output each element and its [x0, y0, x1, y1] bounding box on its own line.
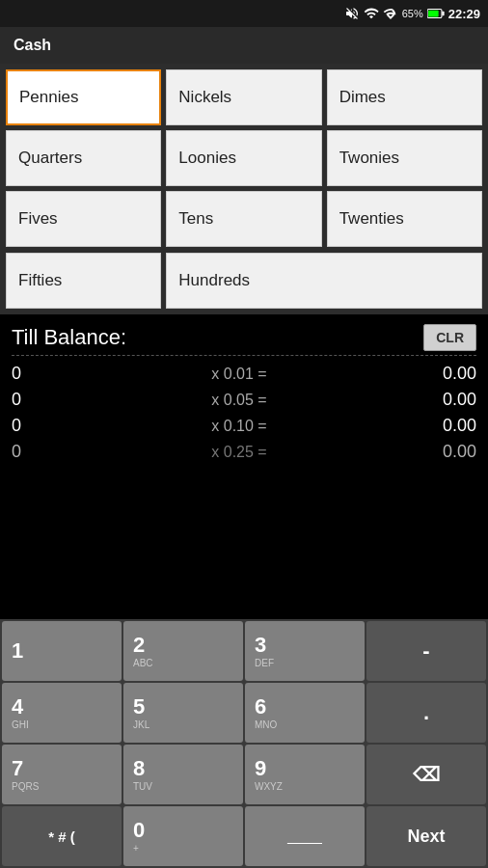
balance-mult-1: x 0.05 = — [69, 392, 409, 409]
status-time: 22:29 — [448, 7, 480, 21]
clr-button[interactable]: CLR — [423, 324, 476, 351]
key-8[interactable]: 8TUV — [123, 745, 243, 804]
keypad-row-2: 4GHI 5JKL 6MNO . — [0, 681, 488, 743]
key-backspace[interactable]: ⌫ — [366, 745, 486, 804]
keypad-row-3: 7PQRS 8TUV 9WXYZ ⌫ — [0, 743, 488, 804]
signal-icon — [383, 6, 398, 21]
balance-divider — [12, 355, 476, 356]
currency-tens[interactable]: Tens — [166, 191, 321, 247]
key-3[interactable]: 3DEF — [245, 621, 365, 681]
next-button[interactable]: Next — [366, 806, 486, 866]
currency-pennies[interactable]: Pennies — [6, 69, 161, 125]
currency-bottom-row: Fifties Hundreds — [0, 253, 488, 314]
balance-qty-2: 0 — [12, 416, 69, 436]
key-2[interactable]: 2ABC — [123, 621, 243, 681]
title-bar: Cash — [0, 27, 488, 64]
key-space[interactable]: ___ — [245, 806, 365, 866]
balance-qty-1: 0 — [12, 390, 69, 410]
balance-val-0: 0.00 — [409, 364, 476, 384]
key-1[interactable]: 1 — [2, 621, 122, 681]
balance-qty-3: 0 — [12, 442, 69, 462]
currency-twenties[interactable]: Twenties — [327, 191, 482, 247]
key-6[interactable]: 6MNO — [245, 683, 365, 743]
mute-icon — [344, 6, 360, 21]
status-icons: 65% 22:29 — [344, 6, 480, 21]
currency-nickels[interactable]: Nickels — [166, 69, 321, 125]
balance-row-dimes: 0 x 0.10 = 0.00 — [12, 414, 476, 438]
battery-icon — [427, 8, 445, 19]
key-0[interactable]: 0+ — [123, 806, 243, 866]
balance-val-1: 0.00 — [409, 390, 476, 410]
battery-percent: 65% — [402, 8, 423, 19]
key-minus[interactable]: - — [366, 621, 486, 681]
key-5[interactable]: 5JKL — [123, 683, 243, 743]
balance-val-2: 0.00 — [409, 416, 476, 436]
currency-grid: Pennies Nickels Dimes Quarters Loonies T… — [0, 64, 488, 253]
key-9[interactable]: 9WXYZ — [245, 745, 365, 804]
balance-mult-2: x 0.10 = — [69, 418, 409, 435]
currency-loonies[interactable]: Loonies — [166, 130, 321, 186]
key-symbols[interactable]: * # ( — [2, 806, 122, 866]
balance-qty-0: 0 — [12, 364, 69, 384]
currency-fives[interactable]: Fives — [6, 191, 161, 247]
keypad-row-1: 1 2ABC 3DEF - — [0, 619, 488, 681]
balance-row-nickels: 0 x 0.05 = 0.00 — [12, 388, 476, 412]
keypad: 1 2ABC 3DEF - 4GHI 5JKL 6MNO . 7PQRS 8 — [0, 619, 488, 868]
balance-title: Till Balance: — [12, 325, 126, 350]
key-dot[interactable]: . — [366, 683, 486, 743]
status-bar: 65% 22:29 — [0, 0, 488, 27]
currency-twonies[interactable]: Twonies — [327, 130, 482, 186]
balance-row-pennies: 0 x 0.01 = 0.00 — [12, 362, 476, 386]
currency-hundreds[interactable]: Hundreds — [166, 253, 482, 309]
key-4[interactable]: 4GHI — [2, 683, 122, 743]
balance-rows: 0 x 0.01 = 0.00 0 x 0.05 = 0.00 0 x 0.10… — [12, 362, 476, 464]
svg-rect-1 — [428, 11, 439, 17]
balance-section: Till Balance: CLR 0 x 0.01 = 0.00 0 x 0.… — [0, 314, 488, 464]
wifi-icon — [364, 6, 379, 21]
key-7[interactable]: 7PQRS — [2, 745, 122, 804]
svg-rect-2 — [442, 12, 444, 16]
balance-header: Till Balance: CLR — [12, 324, 476, 351]
keypad-row-4: * # ( 0+ ___ Next — [0, 804, 488, 868]
currency-dimes[interactable]: Dimes — [327, 69, 482, 125]
currency-fifties[interactable]: Fifties — [6, 253, 161, 309]
balance-mult-0: x 0.01 = — [69, 366, 409, 383]
balance-row-quarters: 0 x 0.25 = 0.00 — [12, 440, 476, 464]
currency-quarters[interactable]: Quarters — [6, 130, 161, 186]
app-title: Cash — [14, 37, 51, 54]
balance-mult-3: x 0.25 = — [69, 444, 409, 461]
balance-val-3: 0.00 — [409, 442, 476, 462]
